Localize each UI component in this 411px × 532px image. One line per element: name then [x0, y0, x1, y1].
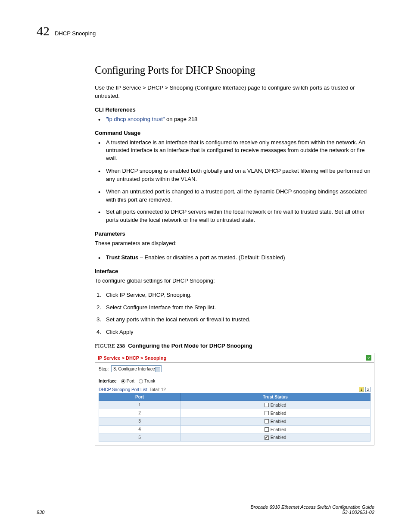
help-icon[interactable]: ? — [366, 355, 371, 361]
breadcrumb-bar: IP Service > DHCP > Snooping ? — [95, 353, 374, 363]
parameter-item: Trust Status – Enables or disables a por… — [95, 254, 374, 262]
interface-label: Interface — [99, 379, 117, 383]
interface-type-row: Interface Port Trunk — [99, 379, 371, 383]
step-label: Step: — [99, 367, 109, 371]
step-item: Click IP Service, DHCP, Snooping. — [95, 291, 374, 299]
radio-trunk[interactable]: Trunk — [139, 379, 155, 383]
parameters-intro: These parameters are displayed: — [95, 240, 374, 248]
chapter-number: 42 — [37, 24, 50, 38]
trust-cell: Enabled — [181, 433, 371, 442]
parameters-heading: Parameters — [95, 230, 374, 237]
book-title: Brocade 6910 Ethernet Access Switch Conf… — [250, 504, 374, 510]
table-row: 5 Enabled — [99, 433, 371, 442]
table-row: 2 Enabled — [99, 409, 371, 417]
step-item: Select Configure Interface from the Step… — [95, 304, 374, 312]
port-list-title: DHCP Snooping Port List Total: 12 — [99, 387, 166, 392]
port-cell: 2 — [99, 409, 181, 417]
figure-title: Configuring the Port Mode for DHCP Snoop… — [128, 342, 252, 349]
cli-reference-item: "ip dhcp snooping trust" on page 218 — [95, 115, 374, 124]
intro-paragraph: Use the IP Service > DHCP > Snooping (Co… — [95, 84, 374, 100]
usage-item: Set all ports connected to DHCP servers … — [95, 208, 374, 224]
trust-cell: Enabled — [181, 417, 371, 425]
parameter-name: Trust Status — [106, 254, 138, 261]
step-item: Click Apply — [95, 328, 374, 336]
page-footer: 930 Brocade 6910 Ethernet Access Switch … — [37, 504, 374, 515]
step-item: Set any ports within the local network o… — [95, 316, 374, 324]
doc-number: 53-1002651-02 — [342, 510, 374, 515]
port-cell: 4 — [99, 425, 181, 433]
page-1-button[interactable]: 1 — [359, 387, 364, 392]
radio-trunk-label: Trunk — [144, 379, 155, 383]
cli-reference-link[interactable]: "ip dhcp snooping trust" — [106, 116, 165, 122]
interface-intro: To configure global settings for DHCP Sn… — [95, 277, 374, 285]
port-cell: 1 — [99, 401, 181, 409]
usage-item: When DHCP snooping is enabled both globa… — [95, 167, 374, 184]
figure-caption: FIGURE 238 Configuring the Port Mode for… — [95, 342, 374, 349]
port-cell: 3 — [99, 417, 181, 425]
section-heading: Configuring Ports for DHCP Snooping — [95, 64, 374, 76]
total-label: Total: — [149, 387, 160, 392]
radio-port-label: Port — [127, 379, 134, 383]
page-number: 930 — [37, 510, 44, 515]
figure-word: FIGURE — [95, 342, 115, 349]
trust-checkbox[interactable] — [265, 419, 269, 423]
table-row: 3 Enabled — [99, 417, 371, 425]
lower-panel: Interface Port Trunk DHCP Snooping Port … — [95, 375, 374, 445]
page-header: 42 DHCP Snooping — [37, 24, 374, 38]
trust-checkbox[interactable] — [265, 403, 269, 407]
command-usage-heading: Command Usage — [95, 130, 374, 136]
enabled-label: Enabled — [271, 403, 286, 408]
radio-port[interactable]: Port — [121, 379, 134, 383]
trust-checkbox[interactable] — [265, 427, 269, 432]
header-section-title: DHCP Snooping — [55, 30, 96, 37]
step-select[interactable]: 3. Configure Interface — [111, 365, 161, 372]
radio-icon — [121, 379, 125, 383]
step-panel: Step: 3. Configure Interface — [95, 363, 374, 375]
trust-checkbox[interactable] — [265, 411, 269, 415]
cli-references-heading: CLI References — [95, 106, 374, 113]
enabled-label: Enabled — [271, 435, 286, 440]
trust-checkbox[interactable] — [265, 436, 269, 440]
total-value: 12 — [161, 387, 166, 392]
trust-cell: Enabled — [181, 425, 371, 433]
figure-number: 238 — [117, 342, 125, 349]
col-port: Port — [99, 393, 181, 401]
usage-item: When an untrusted port is changed to a t… — [95, 188, 374, 204]
breadcrumb: IP Service > DHCP > Snooping — [98, 355, 166, 361]
pager: 1 2 — [359, 387, 371, 392]
table-row: 4 Enabled — [99, 425, 371, 433]
parameter-desc: – Enables or disables a port as trusted.… — [138, 254, 285, 261]
interface-heading: Interface — [95, 268, 374, 274]
radio-icon — [139, 379, 143, 383]
port-table: Port Trust Status 1 Enabled 2 Enabled 3 — [99, 393, 371, 442]
ui-screenshot: IP Service > DHCP > Snooping ? Step: 3. … — [95, 353, 374, 445]
enabled-label: Enabled — [271, 419, 286, 424]
page-2-button[interactable]: 2 — [365, 387, 371, 392]
footer-book-info: Brocade 6910 Ethernet Access Switch Conf… — [250, 504, 374, 515]
enabled-label: Enabled — [271, 427, 286, 432]
trust-cell: Enabled — [181, 401, 371, 409]
table-row: 1 Enabled — [99, 401, 371, 409]
content-body: Configuring Ports for DHCP Snooping Use … — [95, 64, 374, 445]
trust-cell: Enabled — [181, 409, 371, 417]
port-cell: 5 — [99, 433, 181, 442]
usage-item: A trusted interface is an interface that… — [95, 139, 374, 163]
list-header-row: DHCP Snooping Port List Total: 12 1 2 — [99, 387, 371, 392]
enabled-label: Enabled — [271, 411, 286, 416]
col-trust-status: Trust Status — [181, 393, 371, 401]
list-title-text: DHCP Snooping Port List — [99, 387, 147, 392]
cli-reference-page: on page 218 — [165, 116, 197, 122]
